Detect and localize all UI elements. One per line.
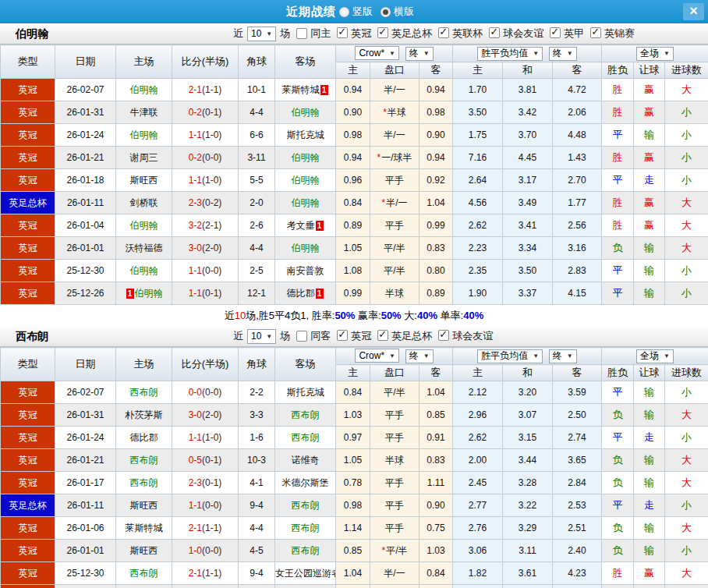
final-odds-select-2[interactable]: 终▼ <box>549 349 577 363</box>
same-away-checkbox[interactable] <box>296 331 307 342</box>
filter-bar: 近 10▼ 场 同主 英冠英足总杯英联杯球会友谊英甲英锦赛 <box>232 23 635 44</box>
chevron-down-icon: ▼ <box>567 50 573 57</box>
avg-win-cell: 2.96 <box>453 404 503 427</box>
matches-table-westbrom: 类型 日期 主场 比分(半场) 角球 客场 Crow*▼ 终▼ 胜平负均值▼ 终… <box>0 347 708 588</box>
handicap-result-cell: 赢 <box>634 214 665 237</box>
odds-home-cell: 1.14 <box>336 517 370 540</box>
corner-cell: 4-4 <box>239 237 275 260</box>
match-row: 英冠25-12-30伯明翰1-1(0-0)2-5南安普敦1.08平/半0.802… <box>1 260 708 282</box>
scope-select[interactable]: 全场▼ <box>636 47 674 61</box>
avg-draw-cell: 3.50 <box>503 260 553 282</box>
avg-lose-cell: 4.15 <box>553 282 602 305</box>
fulltime-score: 1-1 <box>189 288 202 299</box>
halftime-score: (1-0) <box>202 175 221 186</box>
away-cell: 伯明翰 <box>275 169 336 192</box>
fulltime-score: 0-2 <box>189 107 202 118</box>
goals-cell: 大 <box>665 449 708 472</box>
sub-handicap: 盘口 <box>370 365 419 381</box>
final-odds-select-2[interactable]: 终▼ <box>549 47 577 61</box>
date-cell: 26-01-21 <box>55 449 116 472</box>
radio-horizontal-label: 横版 <box>394 5 414 19</box>
recent-count-select[interactable]: 10▼ <box>247 329 276 344</box>
result-cell: 平 <box>602 427 634 449</box>
fulltime-score: 1-1 <box>189 432 202 443</box>
type-cell: 英冠 <box>1 169 55 192</box>
odds-away-cell: 0.98 <box>419 101 453 124</box>
avg-win-cell: 2.64 <box>453 169 503 192</box>
odds-home-cell: 1.04 <box>336 562 370 585</box>
goals-cell: 小 <box>665 427 708 449</box>
odds-company-value: Crow* <box>359 350 384 361</box>
handicap-result-cell: 输 <box>634 517 665 540</box>
handicap-value: 半球 <box>388 107 406 118</box>
home-cell: 西布朗 <box>116 449 172 472</box>
league-checkbox[interactable] <box>337 27 348 38</box>
corner-cell: 10-3 <box>239 449 275 472</box>
recent-count-select[interactable]: 10▼ <box>247 27 276 41</box>
final-odds-select[interactable]: 终▼ <box>405 349 434 363</box>
radio-horizontal-layout[interactable]: 横版 <box>381 5 414 19</box>
halftime-score: (0-0) <box>202 387 221 398</box>
corner-cell: 9-4 <box>239 562 275 585</box>
league-checkbox[interactable] <box>438 330 449 341</box>
date-cell: 25-12-30 <box>55 562 116 585</box>
odds-company-select[interactable]: Crow*▼ <box>355 46 399 60</box>
avg-draw-cell: 3.20 <box>503 381 553 404</box>
odds-company-select[interactable]: Crow*▼ <box>355 349 399 363</box>
summary-segment: 场,胜5平4负1, 胜率: <box>246 310 335 321</box>
home-cell: 伯明翰 <box>116 214 172 237</box>
radio-vertical-layout[interactable]: 竖版 <box>339 5 373 19</box>
league-checkbox[interactable] <box>438 27 449 38</box>
handicap-value: 半球 <box>385 455 404 466</box>
avg-draw-cell: 3.15 <box>503 427 553 449</box>
league-checkbox[interactable] <box>550 27 561 38</box>
league-checkbox[interactable] <box>489 27 500 38</box>
titlebar: 近期战绩 竖版 横版 × <box>0 0 708 23</box>
date-cell: 26-01-21 <box>55 147 116 169</box>
radio-selected-icon <box>381 7 391 17</box>
match-row: 英冠26-01-06莱斯特城2-1(1-1)4-4西布朗1.14平手0.752.… <box>1 517 708 540</box>
wdl-average-select[interactable]: 胜平负均值▼ <box>477 47 543 61</box>
wdl-average-value: 胜平负均值 <box>481 349 528 363</box>
type-cell: 英冠 <box>1 282 55 305</box>
final-odds-value-2: 终 <box>553 349 562 363</box>
col-away: 客场 <box>275 348 336 381</box>
odds-away-cell: 0.92 <box>419 169 453 192</box>
handicap-value: 平/半 <box>384 243 405 253</box>
close-icon[interactable]: × <box>683 3 704 20</box>
final-odds-select[interactable]: 终▼ <box>405 47 434 61</box>
col-home: 主场 <box>116 348 172 381</box>
home-cell: 西布朗 <box>116 562 172 585</box>
handicap-cell: 平手 <box>370 214 419 237</box>
fulltime-score: 2-1 <box>189 522 202 533</box>
goals-cell: 大 <box>665 237 708 260</box>
league-label: 英冠 <box>351 330 371 342</box>
league-checkbox[interactable] <box>590 27 601 38</box>
sub-home-odds: 主 <box>336 365 370 381</box>
final-odds-value: 终 <box>409 349 419 363</box>
league-checkbox[interactable] <box>337 330 348 341</box>
odds-away-cell: 0.83 <box>419 237 453 260</box>
fulltime-score: 0-0 <box>189 387 202 398</box>
corner-cell: 4-1 <box>239 472 275 494</box>
league-filters: 英冠英足总杯球会友谊 <box>331 329 494 343</box>
odds-away-cell: 0.82 <box>419 585 453 588</box>
score-cell: 2-1(1-1) <box>172 517 239 540</box>
type-cell: 英冠 <box>1 562 55 585</box>
col-date: 日期 <box>55 348 116 381</box>
sub-lose: 客 <box>553 62 602 79</box>
handicap-cell: 半/一 <box>370 562 419 585</box>
avg-draw-cell: 3.61 <box>503 562 553 585</box>
halftime-score: (0-1) <box>202 455 221 466</box>
type-cell: 英冠 <box>1 214 55 237</box>
halftime-score: (0-0) <box>202 500 221 511</box>
date-cell: 26-01-24 <box>55 124 116 147</box>
league-checkbox[interactable] <box>377 330 388 341</box>
goals-cell: 大 <box>665 562 708 585</box>
league-checkbox[interactable] <box>377 27 388 38</box>
wdl-average-select[interactable]: 胜平负均值▼ <box>477 349 543 363</box>
fulltime-score: 1-1 <box>189 265 202 276</box>
scope-select[interactable]: 全场▼ <box>636 349 674 363</box>
handicap-value: 平手 <box>385 409 404 420</box>
same-home-checkbox[interactable] <box>296 28 307 39</box>
